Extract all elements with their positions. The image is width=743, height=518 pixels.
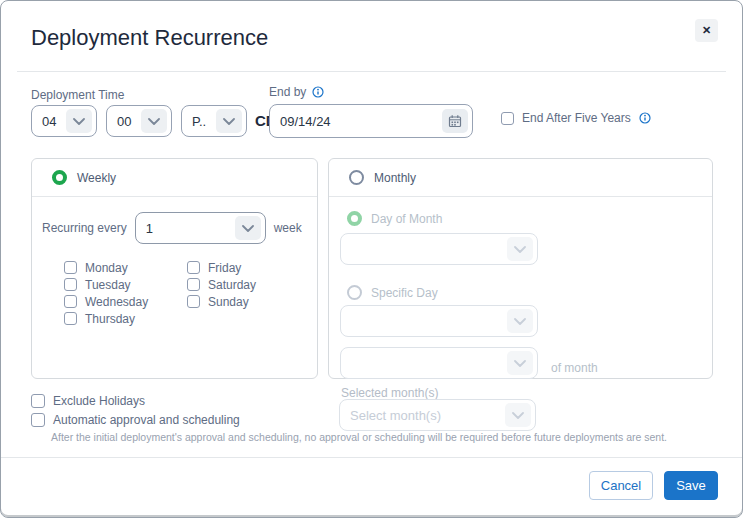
saturday-label: Saturday: [208, 278, 256, 292]
weekly-panel: Weekly Recurring every 1 week Monday Tue…: [31, 158, 318, 379]
day-of-month-label: Day of Month: [371, 212, 442, 226]
day-of-month-select[interactable]: [340, 233, 538, 265]
monday-checkbox[interactable]: [64, 261, 77, 274]
auto-approval-note: After the initial deployment's approval …: [51, 431, 701, 443]
chevron-down-icon: [235, 216, 261, 240]
chevron-down-icon: [505, 403, 531, 427]
day-row-friday: Friday: [187, 261, 256, 274]
hour-value: 04: [42, 114, 66, 129]
friday-checkbox[interactable]: [187, 261, 200, 274]
selected-months-placeholder: Select month(s): [350, 408, 505, 423]
weekly-header: Weekly: [32, 159, 317, 197]
auto-approval-checkbox[interactable]: [31, 413, 45, 427]
end-after-five-years-label: End After Five Years: [522, 111, 631, 125]
chevron-down-icon: [141, 109, 167, 133]
day-row-wednesday: Wednesday: [64, 295, 148, 308]
recurring-every-select[interactable]: 1: [135, 212, 266, 244]
chevron-down-icon: [66, 109, 92, 133]
exclude-holidays-checkbox[interactable]: [31, 394, 45, 408]
exclude-holidays-label: Exclude Holidays: [53, 394, 145, 408]
specific-day-weekday-select[interactable]: [340, 347, 538, 379]
calendar-icon[interactable]: [442, 109, 468, 133]
minute-select[interactable]: 00: [106, 105, 172, 137]
wednesday-checkbox[interactable]: [64, 295, 77, 308]
meridiem-value: P..: [192, 114, 216, 129]
info-icon[interactable]: [312, 86, 324, 98]
day-row-sunday: Sunday: [187, 295, 256, 308]
wednesday-label: Wednesday: [85, 295, 148, 309]
tuesday-checkbox[interactable]: [64, 278, 77, 291]
tuesday-label: Tuesday: [85, 278, 131, 292]
thursday-checkbox[interactable]: [64, 312, 77, 325]
footer-divider: [1, 457, 742, 458]
page-title: Deployment Recurrence: [31, 25, 268, 51]
end-by-date-value: 09/14/24: [280, 114, 442, 129]
end-by-date-input[interactable]: 09/14/24: [269, 104, 473, 138]
info-icon[interactable]: [639, 112, 651, 124]
specific-day-ordinal-select[interactable]: [340, 305, 538, 337]
thursday-label: Thursday: [85, 312, 135, 326]
recurring-every-label: Recurring every: [42, 221, 127, 235]
header-divider: [17, 71, 726, 72]
monday-label: Monday: [85, 261, 128, 275]
deployment-time-label: Deployment Time: [31, 88, 124, 102]
specific-day-label: Specific Day: [371, 286, 438, 300]
day-row-saturday: Saturday: [187, 278, 256, 291]
weekly-radio[interactable]: [52, 170, 67, 185]
sunday-checkbox[interactable]: [187, 295, 200, 308]
monthly-panel: Monthly Day of Month Specific Day: [328, 158, 713, 379]
save-button[interactable]: Save: [664, 471, 718, 500]
meridiem-select[interactable]: P..: [181, 105, 247, 137]
selected-months-label: Selected month(s): [341, 386, 438, 400]
chevron-down-icon: [507, 309, 533, 333]
of-month-label: of month: [551, 361, 598, 375]
day-row-tuesday: Tuesday: [64, 278, 148, 291]
recurring-every-value: 1: [146, 221, 153, 236]
recurring-every-unit: week: [274, 221, 302, 235]
hour-select[interactable]: 04: [31, 105, 97, 137]
end-by-label: End by: [269, 85, 306, 99]
minute-value: 00: [117, 114, 141, 129]
specific-day-radio[interactable]: [347, 285, 362, 300]
weekly-label: Weekly: [77, 171, 116, 185]
selected-months-select[interactable]: Select month(s): [339, 399, 536, 431]
deployment-recurrence-dialog: Deployment Recurrence ✕ Deployment Time …: [0, 0, 743, 518]
saturday-checkbox[interactable]: [187, 278, 200, 291]
chevron-down-icon: [216, 109, 242, 133]
sunday-label: Sunday: [208, 295, 249, 309]
day-row-thursday: Thursday: [64, 312, 148, 325]
monthly-radio[interactable]: [349, 170, 364, 185]
chevron-down-icon: [507, 237, 533, 261]
monthly-label: Monthly: [374, 171, 416, 185]
day-of-month-radio[interactable]: [347, 211, 362, 226]
monthly-header: Monthly: [329, 159, 712, 197]
friday-label: Friday: [208, 261, 241, 275]
end-after-five-years-checkbox[interactable]: [501, 112, 514, 125]
cancel-button[interactable]: Cancel: [589, 471, 653, 500]
close-button[interactable]: ✕: [695, 19, 718, 42]
auto-approval-label: Automatic approval and scheduling: [53, 413, 240, 427]
day-row-monday: Monday: [64, 261, 148, 274]
chevron-down-icon: [507, 351, 533, 375]
